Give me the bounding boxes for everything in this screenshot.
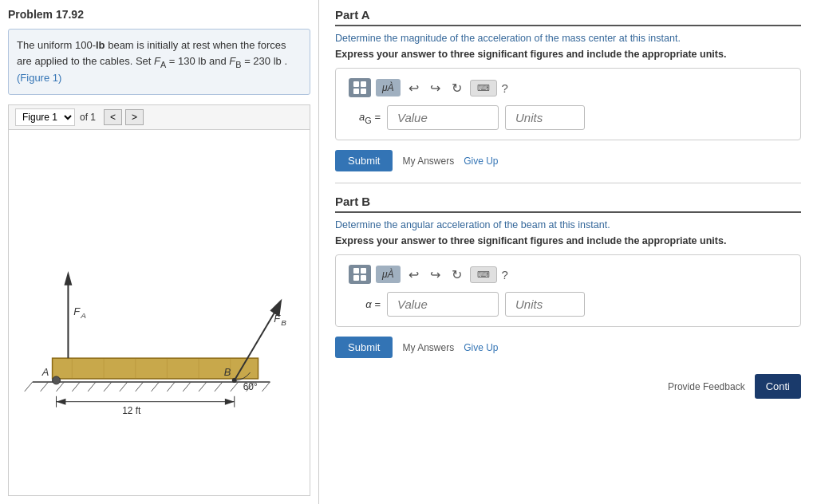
part-a-question: Determine the magnitude of the accelerat… xyxy=(335,33,801,44)
figure-area: A B F A F B 60° 12 f xyxy=(8,130,310,496)
left-panel: Problem 17.92 The uniform 100-lb beam is… xyxy=(0,0,319,504)
part-b-keyboard-button[interactable]: ⌨ xyxy=(470,266,497,283)
svg-line-12 xyxy=(199,382,207,392)
svg-line-4 xyxy=(72,382,80,392)
part-b-section: Part B Determine the angular acceleratio… xyxy=(335,195,801,358)
point-b-label: B xyxy=(224,366,231,378)
svg-line-8 xyxy=(136,382,144,392)
angle-label: 60° xyxy=(243,381,258,392)
part-b-units-input[interactable] xyxy=(505,292,585,317)
svg-line-5 xyxy=(88,382,96,392)
part-a-value-input[interactable] xyxy=(387,105,499,130)
svg-marker-34 xyxy=(225,399,235,405)
svg-line-6 xyxy=(104,382,112,392)
problem-title: Problem 17.92 xyxy=(8,8,310,21)
part-b-submit-button[interactable]: Submit xyxy=(335,337,393,358)
part-a-give-up-link[interactable]: Give Up xyxy=(464,156,498,167)
svg-line-2 xyxy=(41,382,49,392)
part-b-redo-button[interactable]: ↪ xyxy=(427,266,444,284)
part-a-units-input[interactable] xyxy=(505,105,585,130)
part-b-my-answers-link[interactable]: My Answers xyxy=(402,342,454,353)
part-b-help-button[interactable]: ? xyxy=(502,268,508,282)
fb-label: F xyxy=(274,313,281,325)
part-a-keyboard-button[interactable]: ⌨ xyxy=(470,80,497,96)
fa-subscript: A xyxy=(80,310,86,319)
part-b-label: α = xyxy=(349,298,381,310)
part-b-input-row: α = xyxy=(349,292,787,317)
part-b-mu-button[interactable]: μÀ xyxy=(376,266,401,283)
part-a-label: aG = xyxy=(349,111,381,125)
part-a-action-row: Submit My Answers Give Up xyxy=(335,150,801,171)
figure-svg: A B F A F B 60° 12 f xyxy=(9,130,310,495)
part-a-submit-button[interactable]: Submit xyxy=(335,150,393,171)
part-b-instruction: Express your answer to three significant… xyxy=(335,235,801,246)
svg-line-13 xyxy=(215,382,223,392)
part-b-question: Determine the angular acceleration of th… xyxy=(335,219,801,230)
fb-subscript: B xyxy=(281,318,286,327)
figure-next-button[interactable]: > xyxy=(125,109,144,125)
svg-marker-27 xyxy=(64,271,72,285)
part-b-grid-button[interactable] xyxy=(349,265,371,284)
fa-label: F xyxy=(73,305,81,317)
figure-prev-button[interactable]: < xyxy=(104,109,122,125)
part-b-give-up-link[interactable]: Give Up xyxy=(464,342,498,353)
part-b-action-row: Submit My Answers Give Up xyxy=(335,337,801,358)
svg-marker-33 xyxy=(57,399,66,405)
svg-line-14 xyxy=(231,382,239,392)
part-a-undo-button[interactable]: ↩ xyxy=(405,79,422,97)
svg-line-16 xyxy=(262,382,270,392)
grid-icon-b xyxy=(353,268,366,281)
part-b-answer-box: μÀ ↩ ↪ ↻ ⌨ ? α = xyxy=(335,254,801,327)
part-b-value-input[interactable] xyxy=(387,292,499,317)
problem-description: The uniform 100-lb beam is initially at … xyxy=(8,29,310,95)
bottom-bar: Provide Feedback Conti xyxy=(335,374,801,399)
part-a-answer-box: μÀ ↩ ↪ ↻ ⌨ ? aG = xyxy=(335,68,801,140)
part-b-undo-button[interactable]: ↩ xyxy=(405,266,422,284)
continue-button[interactable]: Conti xyxy=(755,374,801,399)
part-a-toolbar: μÀ ↩ ↪ ↻ ⌨ ? xyxy=(349,78,787,97)
figure-select[interactable]: Figure 1 xyxy=(15,108,75,126)
dimension-label: 12 ft xyxy=(122,404,141,415)
part-a-redo-button[interactable]: ↪ xyxy=(427,79,444,97)
part-a-reset-button[interactable]: ↻ xyxy=(448,79,465,97)
provide-feedback-link[interactable]: Provide Feedback xyxy=(668,381,745,392)
figure-bar: Figure 1 of 1 < > xyxy=(8,104,310,130)
part-a-section: Part A Determine the magnitude of the ac… xyxy=(335,8,801,171)
part-b-reset-button[interactable]: ↻ xyxy=(448,266,465,284)
part-a-my-answers-link[interactable]: My Answers xyxy=(402,156,454,167)
point-a-label: A xyxy=(41,366,49,378)
grid-icon xyxy=(353,81,366,94)
part-a-grid-button[interactable] xyxy=(349,78,371,97)
right-panel: Part A Determine the magnitude of the ac… xyxy=(319,0,817,504)
figure-link[interactable]: (Figure 1) xyxy=(17,72,61,84)
svg-line-1 xyxy=(25,382,33,392)
part-a-input-row: aG = xyxy=(349,105,787,130)
part-a-mu-button[interactable]: μÀ xyxy=(376,79,401,96)
part-a-instruction: Express your answer to three significant… xyxy=(335,49,801,60)
part-separator xyxy=(335,183,801,183)
part-a-title: Part A xyxy=(335,8,801,26)
svg-line-11 xyxy=(183,382,191,392)
part-b-title: Part B xyxy=(335,195,801,213)
part-a-help-button[interactable]: ? xyxy=(502,81,508,95)
part-b-toolbar: μÀ ↩ ↪ ↻ ⌨ ? xyxy=(349,265,787,284)
svg-line-10 xyxy=(167,382,175,392)
svg-line-9 xyxy=(152,382,160,392)
figure-of-label: of 1 xyxy=(80,112,96,123)
svg-point-24 xyxy=(53,376,61,384)
svg-line-7 xyxy=(120,382,128,392)
